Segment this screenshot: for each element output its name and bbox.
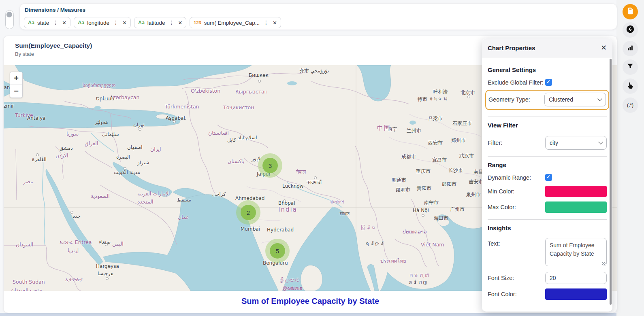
map-label: اسلام آباد <box>238 135 257 140</box>
dimensions-measures-bar: Dimensions / Measures Aastate⋮✕Aalongitu… <box>19 3 617 30</box>
map-label: ශ්‍රී ලංකාව <box>280 277 300 283</box>
city-dot-icon <box>283 199 286 202</box>
dataset-button[interactable] <box>623 4 638 19</box>
regex-tool-button[interactable]: (.*) <box>623 98 638 113</box>
field-chip[interactable]: Aastate⋮✕ <box>24 17 70 28</box>
charts-button[interactable] <box>623 41 638 56</box>
map-label: Ahmedabad <box>235 195 264 201</box>
field-chip[interactable]: Aalongitude⋮✕ <box>74 17 131 28</box>
close-icon[interactable]: ✕ <box>601 44 607 51</box>
city-dot-icon <box>258 80 261 83</box>
hand-pointer-icon <box>626 81 634 91</box>
map-label: South Sudan <box>13 279 45 285</box>
map-label: Bhopal <box>278 200 295 206</box>
filter-value: city <box>550 140 558 146</box>
field-chip[interactable]: Aalatitude⋮✕ <box>134 17 186 28</box>
panel-body: General Settings Exclude Global Filter: … <box>482 57 612 300</box>
font-size-input[interactable] <box>545 272 607 284</box>
chevron-down-icon <box>598 140 603 144</box>
min-color-swatch[interactable] <box>545 186 607 197</box>
chip-menu-icon[interactable]: ⋮ <box>168 19 174 26</box>
map-label: ኢትዮጵያ <box>65 276 83 283</box>
font-size-row: Font Size: <box>488 272 607 284</box>
panel-scrollbar[interactable] <box>610 59 612 305</box>
field-chip[interactable]: 123sum( Employee_Cap...⋮✕ <box>190 17 281 28</box>
map-label: 广州市 <box>450 206 465 213</box>
pointer-tool-button[interactable] <box>623 78 638 94</box>
map-label: 昭通市 <box>392 177 406 184</box>
bar-chart-icon <box>626 44 634 53</box>
map-label: 成都市 <box>401 153 416 160</box>
chip-label: state <box>37 20 49 26</box>
map-label: السعودية <box>91 193 110 199</box>
field-chips: Aastate⋮✕Aalongitude⋮✕Aalatitude⋮✕123sum… <box>24 17 281 28</box>
chip-remove-icon[interactable]: ✕ <box>273 20 277 26</box>
map-label: Hyderabad <box>267 227 294 233</box>
chip-menu-icon[interactable]: ⋮ <box>113 19 119 26</box>
city-dot-icon <box>70 211 73 214</box>
chip-menu-icon[interactable]: ⋮ <box>263 19 269 26</box>
cluster-marker[interactable]: 3 <box>262 158 278 173</box>
map-label: 武汉市 <box>459 153 474 159</box>
insight-text-row: Text: Sum of Employee Capacity by State <box>488 238 607 268</box>
dimension-type-icon: Aa <box>138 20 145 25</box>
map-label: កម្ពុជា <box>409 272 429 278</box>
dynamic-range-checkbox[interactable] <box>545 174 552 181</box>
geometry-type-label: Geometry Type: <box>488 96 544 103</box>
chip-remove-icon[interactable]: ✕ <box>122 20 127 26</box>
zoom-in-button[interactable]: + <box>10 72 22 85</box>
city-dot-icon <box>173 120 176 123</box>
map-label: Тоҷикистон <box>223 104 254 110</box>
map-label: ايران <box>150 146 161 152</box>
map-label: काठमाडौं <box>307 179 322 185</box>
dimension-type-icon: Aa <box>78 20 84 25</box>
map-label: افغانستان <box>208 130 229 136</box>
filter-button[interactable] <box>623 59 638 75</box>
filter-funnel-icon <box>626 62 634 72</box>
font-color-swatch[interactable] <box>545 288 607 300</box>
map-label: नेपाल <box>296 169 306 175</box>
map-label: السودان <box>16 242 33 248</box>
map-label: البصرة <box>116 154 130 160</box>
chip-remove-icon[interactable]: ✕ <box>62 20 66 26</box>
resize-handle-icon[interactable] <box>602 262 606 265</box>
range-heading: Range <box>488 161 607 168</box>
map-label: إرتريا <box>68 247 79 253</box>
map-label: القاهرة <box>32 157 47 162</box>
chip-menu-icon[interactable]: ⋮ <box>53 19 58 26</box>
map-label: الإمارات العربية <box>137 191 170 197</box>
chevron-down-icon <box>597 96 602 101</box>
geometry-type-select[interactable]: Clustered <box>544 93 606 106</box>
map-label: 石家庄市 <box>452 120 472 127</box>
map-label: هەولێر <box>95 119 108 125</box>
dynamic-range-row: Dynamic Range: <box>488 174 607 181</box>
geometry-type-value: Clustered <box>549 96 573 103</box>
back-button[interactable] <box>623 22 638 38</box>
divider <box>488 156 607 157</box>
map-label: 邵阳市 <box>442 181 456 188</box>
map-label: İzmir <box>4 103 14 109</box>
map-label: Hà Nội <box>413 208 429 213</box>
cluster-marker[interactable]: 2 <box>241 205 256 220</box>
map-label: 海口市 <box>434 215 448 222</box>
map-label: مسقط <box>177 197 191 203</box>
map-label: سلێمانی <box>102 131 119 137</box>
map-label: 长沙市 <box>448 167 463 174</box>
zoom-out-button[interactable]: − <box>10 85 22 98</box>
font-size-label: Font Size: <box>488 275 545 281</box>
max-color-swatch[interactable] <box>545 201 607 213</box>
city-dot-icon <box>422 214 424 217</box>
city-dot-icon <box>139 128 141 131</box>
map-label: საქართველო <box>83 82 115 88</box>
map-label: کراچی <box>212 191 226 197</box>
filter-select[interactable]: city <box>545 136 607 150</box>
chip-remove-icon[interactable]: ✕ <box>178 20 182 26</box>
map-label: 兰州市 <box>407 127 421 134</box>
insight-text-input[interactable]: Sum of Employee Capacity by State <box>545 238 607 266</box>
dimensions-measures-title: Dimensions / Measures <box>25 7 85 13</box>
sidebar-toggle[interactable] <box>5 10 14 29</box>
cluster-marker[interactable]: 5 <box>270 243 285 259</box>
city-dot-icon <box>314 176 317 179</box>
map-label: 郑州市 <box>451 137 466 144</box>
exclude-global-filter-checkbox[interactable] <box>545 79 552 86</box>
